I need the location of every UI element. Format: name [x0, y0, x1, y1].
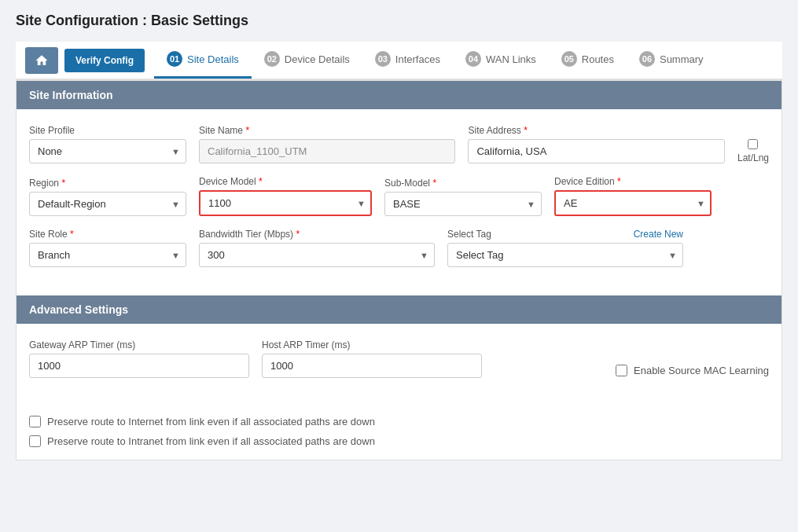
sub-model-select[interactable]: BASE — [384, 192, 542, 216]
lat-lng-checkbox[interactable] — [748, 139, 758, 149]
page-title: Site Configuration : Basic Settings — [16, 13, 782, 29]
nav-steps: 01 Site Details 02 Device Details 03 Int… — [154, 42, 716, 79]
gateway-arp-input[interactable] — [29, 354, 249, 378]
host-arp-label: Host ARP Timer (ms) — [262, 339, 482, 350]
site-role-group: Site Role * Branch ▼ — [29, 229, 186, 267]
site-name-input[interactable] — [199, 139, 455, 163]
region-select[interactable]: Default-Region — [29, 192, 186, 216]
site-address-group: Site Address * — [468, 125, 724, 163]
select-tag-label: Select Tag — [447, 229, 491, 240]
select-tag-label-row: Select Tag Create New — [447, 229, 683, 240]
gateway-arp-group: Gateway ARP Timer (ms) — [29, 339, 249, 378]
step-num-4: 04 — [465, 51, 481, 67]
region-group: Region * Default-Region ▼ — [29, 178, 186, 216]
bandwidth-group: Bandwidth Tier (Mbps) * 300 ▼ — [199, 229, 435, 267]
checkboxes-area: Preserve route to Internet from link eve… — [17, 406, 781, 460]
device-edition-select-wrapper: AE ▼ — [554, 190, 712, 216]
sub-model-group: Sub-Model * BASE ▼ — [384, 178, 542, 216]
arp-row: Gateway ARP Timer (ms) Host ARP Timer (m… — [29, 339, 769, 378]
nav-step-site-details[interactable]: 01 Site Details — [154, 42, 252, 79]
enable-mac-checkbox[interactable] — [616, 365, 627, 376]
step-label-5: Routes — [582, 53, 614, 65]
preserve-intranet-label: Preserve route to Intranet from link eve… — [47, 435, 375, 447]
site-profile-label: Site Profile — [29, 125, 186, 136]
nav-step-wan-links[interactable]: 04 WAN Links — [453, 42, 549, 79]
region-label: Region * — [29, 178, 186, 189]
bandwidth-select-wrapper: 300 ▼ — [199, 243, 435, 267]
site-role-select[interactable]: Branch — [29, 243, 186, 267]
step-label-2: Device Details — [285, 53, 350, 65]
nav-step-summary[interactable]: 06 Summary — [627, 42, 716, 79]
advanced-settings-header: Advanced Settings — [17, 295, 781, 324]
form-row-2: Region * Default-Region ▼ Device Model *… — [29, 176, 769, 216]
region-select-wrapper: Default-Region ▼ — [29, 192, 186, 216]
site-name-group: Site Name * — [199, 125, 455, 163]
nav-step-interfaces[interactable]: 03 Interfaces — [362, 42, 453, 79]
select-tag-select-wrapper: Select Tag ▼ — [447, 243, 683, 267]
preserve-internet-label: Preserve route to Internet from link eve… — [47, 416, 375, 427]
step-num-1: 01 — [167, 51, 182, 67]
device-model-group: Device Model * 1100 ▼ — [199, 176, 372, 216]
advanced-settings-form: Gateway ARP Timer (ms) Host ARP Timer (m… — [17, 324, 781, 406]
step-num-6: 06 — [639, 51, 655, 67]
sub-model-select-wrapper: BASE ▼ — [384, 192, 542, 216]
step-num-2: 02 — [264, 51, 280, 67]
step-label-6: Summary — [660, 53, 704, 65]
device-model-select-wrapper: 1100 ▼ — [199, 190, 372, 216]
nav-step-device-details[interactable]: 02 Device Details — [252, 42, 362, 79]
content-area: Site Information Site Profile None ▼ Sit… — [16, 80, 782, 460]
bandwidth-label: Bandwidth Tier (Mbps) * — [199, 229, 435, 240]
site-address-label: Site Address * — [468, 125, 724, 136]
select-tag-group: Select Tag Create New Select Tag ▼ — [447, 229, 683, 267]
mac-spacer: Enable Source MAC Learning — [495, 365, 769, 378]
nav-step-routes[interactable]: 05 Routes — [549, 42, 627, 79]
home-icon[interactable] — [25, 47, 58, 74]
site-name-label: Site Name * — [199, 125, 455, 136]
site-information-header: Site Information — [17, 81, 781, 109]
step-num-3: 03 — [375, 51, 391, 67]
verify-config-button[interactable]: Verify Config — [64, 49, 145, 72]
step-label-1: Site Details — [187, 53, 239, 65]
advanced-settings-section: Advanced Settings Gateway ARP Timer (ms)… — [17, 295, 781, 460]
site-role-select-wrapper: Branch ▼ — [29, 243, 186, 267]
device-edition-label: Device Edition * — [554, 176, 712, 187]
site-profile-select[interactable]: None — [29, 139, 186, 163]
preserve-internet-checkbox[interactable] — [29, 416, 41, 427]
device-edition-select[interactable]: AE — [554, 190, 712, 216]
device-edition-group: Device Edition * AE ▼ — [554, 176, 712, 216]
preserve-intranet-group: Preserve route to Intranet from link eve… — [29, 435, 769, 447]
host-arp-input[interactable] — [262, 354, 482, 378]
bandwidth-select[interactable]: 300 — [199, 243, 435, 267]
preserve-intranet-checkbox[interactable] — [29, 435, 41, 447]
form-row-1: Site Profile None ▼ Site Name * Site Add… — [29, 125, 769, 163]
site-profile-select-wrapper: None ▼ — [29, 139, 186, 163]
lat-lng-group: Lat/Lng — [737, 139, 769, 163]
nav-bar: Verify Config 01 Site Details 02 Device … — [16, 42, 782, 80]
site-address-input[interactable] — [468, 139, 724, 163]
site-profile-group: Site Profile None ▼ — [29, 125, 186, 163]
device-model-select[interactable]: 1100 — [199, 190, 372, 216]
sub-model-label: Sub-Model * — [384, 178, 542, 189]
enable-mac-label: Enable Source MAC Learning — [634, 365, 769, 376]
step-label-3: Interfaces — [395, 53, 440, 65]
form-row-3: Site Role * Branch ▼ Bandwidth Tier (Mbp… — [29, 229, 769, 267]
step-num-5: 05 — [561, 51, 577, 67]
enable-mac-group: Enable Source MAC Learning — [616, 365, 769, 376]
create-new-link[interactable]: Create New — [634, 229, 683, 240]
lat-lng-label: Lat/Lng — [737, 152, 769, 163]
site-information-form: Site Profile None ▼ Site Name * Site Add… — [17, 109, 781, 295]
preserve-internet-group: Preserve route to Internet from link eve… — [29, 416, 769, 427]
device-model-label: Device Model * — [199, 176, 372, 187]
site-role-label: Site Role * — [29, 229, 186, 240]
gateway-arp-label: Gateway ARP Timer (ms) — [29, 339, 249, 350]
host-arp-group: Host ARP Timer (ms) — [262, 339, 482, 378]
select-tag-select[interactable]: Select Tag — [447, 243, 683, 267]
step-label-4: WAN Links — [486, 53, 536, 65]
